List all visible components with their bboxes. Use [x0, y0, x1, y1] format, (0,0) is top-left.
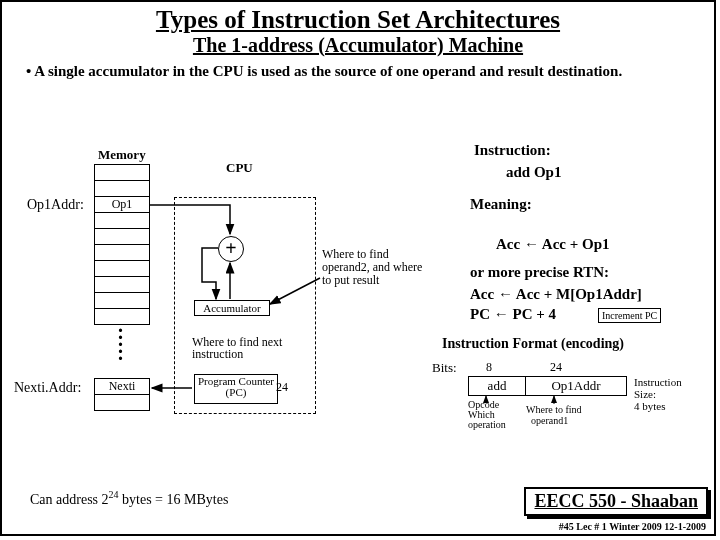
mem-cell	[94, 394, 150, 411]
mem-cell	[94, 276, 150, 293]
instruction-text: add Op1	[506, 164, 561, 181]
mem-cell	[94, 292, 150, 309]
bullet-text: • A single accumulator in the CPU is use…	[26, 63, 690, 80]
instr-size-note: Instruction Size: 4 bytes	[634, 376, 682, 412]
precise-label: or more precise RTN:	[470, 264, 609, 281]
adder-icon: +	[218, 236, 244, 262]
rtn-line2: PC ← PC + 4	[470, 306, 556, 323]
rtn-line1: Acc ← Acc + M[Op1Addr]	[470, 286, 642, 303]
mem-cell-op1: Op1	[94, 196, 150, 213]
mem-cell	[94, 164, 150, 181]
bits-8: 8	[486, 360, 492, 375]
mem-cell	[94, 212, 150, 229]
op1addr-label: Op1Addr:	[27, 197, 84, 213]
pc-label: Program Counter (PC)	[198, 375, 274, 398]
bits-label: Bits:	[432, 360, 457, 376]
fmt-operand-cell: Op1Addr	[526, 377, 627, 396]
mem-cell	[94, 228, 150, 245]
instruction-header: Instruction:	[474, 142, 551, 159]
mem-cell	[94, 180, 150, 197]
acc-equation: Acc ← Acc + Op1	[496, 236, 610, 253]
meaning-header: Meaning:	[470, 196, 532, 213]
pc-box: Program Counter (PC)	[194, 374, 278, 404]
accumulator-box: Accumulator	[194, 300, 270, 316]
course-footer: EECC 550 - Shaaban	[524, 487, 708, 516]
bits-24: 24	[550, 360, 562, 375]
where-next-label: Where to find next instruction	[192, 336, 292, 360]
operand1-note: Where to find operand1	[526, 404, 582, 426]
slide-title: Types of Instruction Set Architectures	[2, 6, 714, 34]
increment-pc-box: Increment PC	[598, 308, 661, 323]
where-op2-label: Where to find operand2, and where to put…	[322, 248, 432, 287]
opcode-note: Opcode Which operation	[468, 400, 506, 430]
mem-cell-nexti: Nexti	[94, 378, 150, 395]
instruction-format-table: add Op1Addr	[468, 376, 627, 396]
pc-width: 24	[276, 380, 288, 395]
slide-subtitle: The 1-address (Accumulator) Machine	[2, 34, 714, 57]
address-space-note: Can address 224 bytes = 16 MBytes	[30, 489, 228, 508]
memory-label: Memory	[98, 147, 146, 163]
memory-dots-icon: .....	[118, 322, 123, 357]
mem-cell	[94, 260, 150, 277]
cpu-label: CPU	[226, 160, 253, 176]
fmt-opcode-cell: add	[469, 377, 526, 396]
slide-meta: #45 Lec # 1 Winter 2009 12-1-2009	[559, 521, 706, 532]
mem-cell	[94, 244, 150, 261]
memory-column: Op1 Nexti	[94, 164, 150, 410]
nextiaddr-label: Nexti.Addr:	[14, 380, 81, 396]
format-header: Instruction Format (encoding)	[442, 336, 624, 352]
